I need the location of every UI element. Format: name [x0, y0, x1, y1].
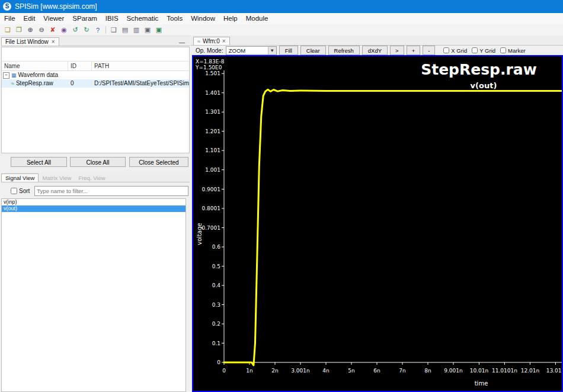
- checkbox-x-grid[interactable]: X Grid: [443, 47, 467, 54]
- tab-signal-view[interactable]: Signal View: [1, 173, 39, 182]
- y-tick-label: 0: [217, 359, 220, 365]
- checkbox-marker[interactable]: Marker: [500, 47, 526, 54]
- menu-help[interactable]: Help: [219, 13, 242, 24]
- close-file-icon[interactable]: ✘: [47, 25, 58, 35]
- signal-list: v(inp)v(out): [1, 198, 186, 392]
- x-tick-label: 12.01n: [521, 368, 539, 374]
- cursor-y-readout: Y=1.50E0: [195, 65, 222, 70]
- wfm-button-pan-right[interactable]: >: [390, 46, 404, 55]
- zoom-in-icon[interactable]: ⊕: [25, 25, 36, 35]
- column-id[interactable]: ID: [68, 62, 92, 70]
- close-all-button[interactable]: Close All: [70, 157, 126, 167]
- wfm-button-fill[interactable]: Fill: [279, 46, 298, 55]
- waveform-tabbar: ≈ Wfm:0 ×: [191, 36, 563, 46]
- y-tick-label: 1.001: [205, 167, 220, 173]
- waveform-canvas[interactable]: 00.10.20.30.40.50.60.70010.80010.90011.0…: [192, 55, 563, 392]
- file-list-buttons: Select All Close All Close Selected: [1, 157, 190, 168]
- titlebar[interactable]: S SPISim [www.spisim.com]: [0, 0, 563, 13]
- snapshot-icon[interactable]: ◉: [59, 25, 69, 35]
- tab-view-icon[interactable]: ▣: [142, 25, 153, 35]
- x-tick-label: 4n: [322, 368, 329, 374]
- undo-icon[interactable]: ↺: [70, 25, 81, 35]
- monitor-icon[interactable]: ▣: [153, 25, 164, 35]
- sort-checkbox-input[interactable]: [11, 188, 17, 194]
- new-file-icon[interactable]: ❏: [2, 25, 13, 35]
- tile-vertical-icon[interactable]: ▥: [131, 25, 142, 35]
- tree-node-label: Waveform data: [18, 71, 58, 79]
- file-path: D:/SPITest/AMI/StatEyeTest/SPISimAMI/: [92, 79, 189, 88]
- menu-edit[interactable]: Edit: [20, 13, 40, 24]
- menu-file[interactable]: File: [0, 13, 20, 24]
- y-tick-label: 0.7001: [202, 225, 221, 231]
- chevron-down-icon: ▼: [268, 47, 276, 54]
- x-tick-label: 2n: [271, 368, 278, 374]
- checkbox-y-grid[interactable]: Y Grid: [472, 47, 495, 54]
- menu-ibis[interactable]: IBIS: [101, 13, 123, 24]
- op-mode-select[interactable]: ZOOM ▼: [226, 46, 277, 55]
- redo-icon[interactable]: ↻: [81, 25, 92, 35]
- series-vout: [224, 89, 562, 365]
- checkbox-label: Y Grid: [479, 47, 495, 54]
- x-axis-label: time: [475, 380, 488, 387]
- x-tick-label: 10.01n: [470, 368, 488, 374]
- sort-checkbox[interactable]: Sort: [11, 188, 30, 194]
- checkbox-input-marker[interactable]: [500, 47, 506, 53]
- file-list-window-tab[interactable]: File List Window ×: [1, 37, 59, 46]
- open-file-icon[interactable]: ❐: [14, 25, 24, 35]
- column-path[interactable]: PATH: [92, 62, 189, 70]
- wfm-button-refresh[interactable]: Refresh: [328, 46, 360, 55]
- folder-icon: ▦: [11, 71, 17, 79]
- column-name[interactable]: Name: [2, 62, 68, 70]
- signal-item-vinp[interactable]: v(inp): [2, 199, 185, 205]
- waveform-icon: ≈: [197, 38, 200, 44]
- sort-label: Sort: [19, 188, 30, 194]
- close-icon[interactable]: ×: [52, 38, 55, 45]
- x-tick-label: 5n: [348, 368, 354, 374]
- tab-wfm0[interactable]: ≈ Wfm:0 ×: [193, 37, 230, 45]
- cascade-windows-icon[interactable]: ❑: [108, 25, 119, 35]
- close-selected-button[interactable]: Close Selected: [129, 157, 188, 167]
- help-icon[interactable]: ?: [92, 25, 103, 35]
- y-tick-label: 0.1: [212, 340, 220, 346]
- checkbox-input-x-grid[interactable]: [443, 47, 449, 53]
- signal-filter-row: Sort: [1, 185, 190, 197]
- select-all-button[interactable]: Select All: [11, 157, 67, 167]
- y-tick-label: 0.3: [212, 302, 220, 308]
- wfm-button-clear[interactable]: Clear: [300, 46, 326, 55]
- tree-node-file-row[interactable]: ≈ StepResp.raw 0 D:/SPITest/AMI/StatEyeT…: [2, 79, 189, 88]
- menu-window[interactable]: Window: [187, 13, 219, 24]
- y-tick-label: 1.101: [205, 147, 220, 153]
- waveform-buttons: FillClearRefreshdXdY>+-: [279, 46, 436, 55]
- menu-sparam[interactable]: SParam: [68, 13, 101, 24]
- toolbar-separator: [105, 26, 106, 34]
- app-window: S SPISim [www.spisim.com] FileEditViewer…: [0, 0, 563, 392]
- wfm-button-zoom-in[interactable]: +: [407, 46, 421, 55]
- wfm-tab-label: Wfm:0: [203, 38, 220, 44]
- file-list-pane-header: File List Window × —: [1, 36, 190, 46]
- menu-module[interactable]: Module: [242, 13, 273, 24]
- minimize-pane-icon[interactable]: —: [179, 39, 185, 46]
- wfm-button-zoom-out[interactable]: -: [423, 46, 435, 55]
- tile-horizontal-icon[interactable]: ▤: [120, 25, 130, 35]
- x-tick-label: 13.01n: [546, 368, 562, 374]
- y-tick-label: 0.9001: [202, 187, 221, 192]
- close-icon[interactable]: ×: [222, 38, 226, 44]
- file-name: StepResp.raw: [16, 79, 53, 88]
- tree-node-waveform-data[interactable]: − ▦ Waveform data: [2, 71, 189, 79]
- x-tick-label: 0: [222, 368, 226, 374]
- x-tick-label: 11.0101n: [492, 368, 517, 374]
- menu-viewer[interactable]: Viewer: [39, 13, 68, 24]
- menubar: FileEditViewerSParamIBISSchematicToolsWi…: [0, 13, 563, 25]
- waveform-file-icon: ≈: [11, 79, 14, 88]
- menu-tools[interactable]: Tools: [162, 13, 187, 24]
- waveform-chart[interactable]: 00.10.20.30.40.50.60.70010.80010.90011.0…: [193, 56, 562, 391]
- wfm-button-dxdy[interactable]: dXdY: [362, 46, 388, 55]
- file-id: 0: [68, 79, 92, 88]
- checkbox-input-y-grid[interactable]: [472, 47, 478, 53]
- zoom-out-icon[interactable]: ⊖: [36, 25, 47, 35]
- signal-filter-input[interactable]: [34, 186, 188, 196]
- menu-schematic[interactable]: Schematic: [123, 13, 163, 24]
- signal-view-tabs: Signal View Matrix View Freq. View: [1, 172, 190, 182]
- tree-expander-icon[interactable]: −: [3, 72, 9, 79]
- signal-item-vout[interactable]: v(out): [2, 205, 185, 212]
